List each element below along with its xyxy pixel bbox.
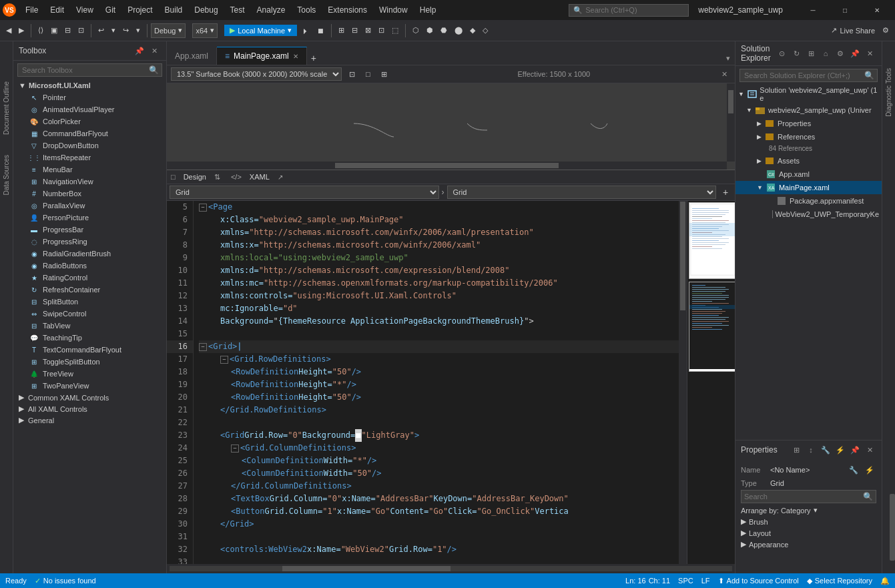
menu-extensions[interactable]: Extensions bbox=[322, 4, 372, 16]
toolbox-item-navigationview[interactable]: ⊞ NavigationView bbox=[13, 176, 166, 188]
editor-menu-button[interactable]: ▾ bbox=[721, 51, 735, 65]
sol-refresh-button[interactable]: ↻ bbox=[790, 47, 803, 60]
nav-btn1[interactable]: ⟨⟩ bbox=[35, 24, 47, 37]
status-no-issues[interactable]: ✓ No issues found bbox=[35, 577, 96, 585]
editor-vscrollbar[interactable] bbox=[679, 201, 687, 564]
prop-section-layout[interactable]: ▶ Layout bbox=[738, 527, 879, 539]
menu-window[interactable]: Window bbox=[374, 4, 413, 16]
prop-icon-view-button[interactable]: ⊞ bbox=[790, 443, 803, 457]
toolbox-item-progressring[interactable]: ◌ ProgressRing bbox=[13, 236, 166, 248]
collapse-24[interactable]: − bbox=[231, 445, 239, 453]
menu-project[interactable]: Project bbox=[122, 4, 158, 16]
properties-vscroll[interactable] bbox=[890, 494, 895, 561]
toolbox-item-refreshcontainer[interactable]: ↻ RefreshContainer bbox=[13, 284, 166, 296]
back-button[interactable]: ◀ bbox=[3, 24, 15, 37]
hscroll-thumb[interactable] bbox=[282, 566, 451, 571]
toolbox-item-commandbarflyout[interactable]: ▦ CommandBarFlyout bbox=[13, 127, 166, 139]
prop-sort-button[interactable]: ↕ bbox=[804, 443, 818, 457]
code-content[interactable]: − <Page x:Class="webview2_sample_uwp.Mai… bbox=[194, 201, 679, 564]
toolbox-item-menubar[interactable]: ≡ MenuBar bbox=[13, 164, 166, 176]
forward-button[interactable]: ▶ bbox=[15, 24, 27, 37]
modules-btn[interactable]: ◇ bbox=[479, 24, 491, 37]
sol-pin-button[interactable]: 📌 bbox=[848, 47, 862, 60]
prop-wrench-button[interactable]: 🔧 bbox=[819, 443, 832, 457]
tree-item-solution[interactable]: ▼ Solution 'webview2_sample_uwp' (1 e bbox=[735, 85, 882, 103]
prop-close-button[interactable]: ✕ bbox=[863, 443, 876, 457]
nav-btn3[interactable]: ⊟ bbox=[61, 24, 74, 37]
toolbox-item-radiobuttons[interactable]: ◉ RadioButtons bbox=[13, 260, 166, 272]
toolbox-item-radialgradientbrush[interactable]: ◉ RadialGradientBrush bbox=[13, 248, 166, 260]
toolbox-item-parallaxview[interactable]: ◎ ParallaxView bbox=[13, 200, 166, 212]
stop-button[interactable]: ⏹ bbox=[314, 25, 328, 37]
sol-close-button[interactable]: ✕ bbox=[863, 47, 876, 60]
toolbox-item-general[interactable]: ▶ General bbox=[13, 414, 166, 426]
prop-section-brush[interactable]: ▶ Brush bbox=[738, 516, 879, 527]
toolbox-search-input[interactable] bbox=[18, 64, 146, 76]
scale-dropdown[interactable]: 13.5" Surface Book (3000 x 2000) 200% sc… bbox=[171, 67, 342, 81]
run-button[interactable]: ▶ Local Machine ▾ bbox=[224, 25, 297, 36]
threads-btn[interactable]: ◆ bbox=[467, 24, 479, 37]
misc-btn4[interactable]: ⊡ bbox=[375, 24, 388, 37]
global-search-input[interactable] bbox=[585, 6, 672, 14]
prop-name-wrench[interactable]: 🔧 bbox=[847, 463, 860, 477]
menu-test[interactable]: Test bbox=[225, 4, 250, 16]
close-button[interactable]: ✕ bbox=[862, 0, 892, 20]
toolbox-close-button[interactable]: ✕ bbox=[147, 44, 161, 57]
design-button[interactable]: Design bbox=[178, 172, 212, 182]
hscroll-track[interactable] bbox=[170, 566, 732, 571]
collapse-17[interactable]: − bbox=[220, 356, 228, 364]
callstack-btn[interactable]: ⬤ bbox=[451, 24, 466, 37]
vs-logo[interactable]: VS bbox=[3, 3, 16, 17]
tree-item-references[interactable]: ▶ References bbox=[735, 130, 882, 143]
expand-xaml-icon[interactable]: ↗ bbox=[278, 174, 283, 181]
prop-pin-button[interactable]: 📌 bbox=[848, 443, 862, 457]
maximize-button[interactable]: □ bbox=[830, 0, 860, 20]
toolbox-item-numberbox[interactable]: # NumberBox bbox=[13, 188, 166, 200]
properties-search-box[interactable]: 🔍 bbox=[741, 490, 876, 503]
misc-btn3[interactable]: ⊠ bbox=[362, 24, 374, 37]
attach-button[interactable]: ⏵ bbox=[298, 25, 312, 37]
menu-help[interactable]: Help bbox=[414, 4, 442, 16]
toolbox-item-animated[interactable]: ◎ AnimatedVisualPlayer bbox=[13, 103, 166, 115]
menu-analyze[interactable]: Analyze bbox=[252, 4, 291, 16]
fit-view-button[interactable]: ⊡ bbox=[346, 68, 358, 81]
tree-item-project[interactable]: ▼ webview2_sample_uwp (Univer bbox=[735, 103, 882, 117]
toolbox-search-box[interactable]: 🔍 bbox=[17, 63, 162, 77]
memory-btn[interactable]: ⬣ bbox=[437, 24, 451, 37]
menu-debug[interactable]: Debug bbox=[189, 4, 223, 16]
diagnostic-tools-label[interactable]: Diagnostic Tools bbox=[885, 68, 892, 117]
redo-dropdown[interactable]: ▾ bbox=[133, 24, 143, 37]
select-repository-button[interactable]: ◆ Select Repository bbox=[807, 577, 872, 585]
toolbox-item-allxaml[interactable]: ▶ All XAML Controls bbox=[13, 403, 166, 414]
tree-item-properties[interactable]: ▶ Properties bbox=[735, 117, 882, 130]
nav-btn2[interactable]: ▣ bbox=[47, 24, 61, 37]
toolbox-item-pointer[interactable]: ↖ Pointer bbox=[13, 91, 166, 103]
settings-extra-btn[interactable]: ⚙ bbox=[879, 24, 892, 37]
minimap-thumb-2[interactable] bbox=[689, 282, 735, 372]
toolbox-item-progressbar[interactable]: ▬ ProgressBar bbox=[13, 224, 166, 236]
minimize-button[interactable]: ─ bbox=[798, 0, 828, 20]
sol-filter-button[interactable]: ⊞ bbox=[804, 47, 818, 60]
prop-name-bolt[interactable]: ⚡ bbox=[863, 463, 876, 477]
collapse-16[interactable]: − bbox=[199, 343, 207, 351]
design-view-btn[interactable]: □ bbox=[362, 68, 374, 80]
editor-hscrollbar[interactable] bbox=[167, 564, 735, 573]
canvas-hscroll-thumb[interactable] bbox=[335, 163, 559, 168]
source-control-button[interactable]: ⬆ Add to Source Control bbox=[718, 577, 799, 585]
solution-search-input[interactable] bbox=[740, 69, 862, 81]
live-share-button[interactable]: ↗ Live Share bbox=[831, 26, 875, 35]
toolbox-item-twopaneview[interactable]: ⊞ TwoPaneView bbox=[13, 380, 166, 392]
tree-item-mainpagexaml[interactable]: ▼ XA MainPage.xaml bbox=[735, 181, 882, 194]
menu-git[interactable]: Git bbox=[100, 4, 121, 16]
toolbox-item-teachingtip[interactable]: 💬 TeachingTip bbox=[13, 332, 166, 344]
menu-tools[interactable]: Tools bbox=[292, 4, 321, 16]
tree-item-assets[interactable]: ▶ Assets bbox=[735, 154, 882, 168]
menu-view[interactable]: View bbox=[71, 4, 99, 16]
status-spc[interactable]: SPC bbox=[678, 577, 693, 585]
xaml-button[interactable]: XAML bbox=[244, 172, 275, 182]
tab-mainpage[interactable]: ≡ MainPage.xaml ✕ bbox=[217, 47, 307, 65]
sol-home-button[interactable]: ⌂ bbox=[819, 47, 832, 60]
add-element-button[interactable]: + bbox=[719, 186, 732, 199]
collapse-5[interactable]: − bbox=[199, 204, 207, 212]
code-editor[interactable]: 5 6 7 8 9 10 11 12 13 14 15 16 17 18 19 … bbox=[167, 201, 687, 564]
